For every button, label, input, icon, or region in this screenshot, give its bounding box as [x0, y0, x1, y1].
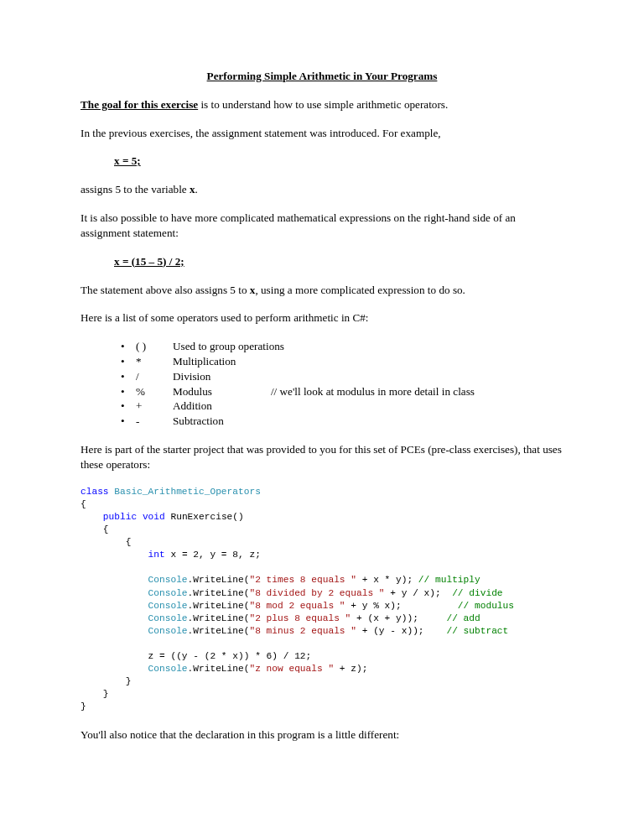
brace: } [103, 689, 109, 699]
string: "8 mod 2 equals " [249, 601, 345, 611]
page: Performing Simple Arithmetic in Your Pro… [0, 0, 644, 742]
expr-tail: + (y - x)); [356, 626, 446, 636]
op-desc: Multiplication [173, 354, 564, 369]
string: "8 divided by 2 equals " [249, 588, 384, 598]
wl: .WriteLine( [188, 613, 250, 623]
op-symbol: / [136, 369, 173, 384]
type-console: Console [148, 613, 188, 623]
starter-intro: Here is part of the starter project that… [80, 442, 564, 472]
op-symbol: + [136, 399, 173, 414]
op-symbol: ( ) [136, 339, 173, 354]
type-console: Console [148, 626, 188, 636]
list-item: • + Addition [121, 399, 564, 414]
list-item: • - Subtraction [121, 414, 564, 429]
method-name: RunExercise() [170, 512, 243, 522]
wl: .WriteLine( [188, 588, 250, 598]
type-console: Console [148, 588, 188, 598]
comment: // divide [452, 588, 502, 598]
expr-explain-c: , using a more complicated expression to… [255, 284, 465, 296]
intro-paragraph: In the previous exercises, the assignmen… [80, 126, 564, 141]
type-console: Console [148, 601, 188, 611]
expr-explain-paragraph: The statement above also assigns 5 to x,… [80, 283, 564, 298]
brace: } [80, 701, 86, 712]
bullet-icon: • [121, 339, 136, 354]
string: "2 times 8 equals " [249, 575, 356, 585]
comment: // modulus [458, 601, 514, 611]
wl: .WriteLine( [188, 626, 250, 636]
list-item: • * Multiplication [121, 354, 564, 369]
bullet-icon: • [121, 384, 136, 399]
op-symbol: % [136, 384, 173, 399]
type-console: Console [148, 575, 188, 585]
bullet-icon: • [121, 369, 136, 384]
operators-intro: Here is a list of some operators used to… [80, 310, 564, 326]
bullet-icon: • [121, 414, 136, 429]
code-expr-2: x = (15 – 5) / 2; [80, 254, 564, 269]
class-name: Basic_Arithmetic_Operators [114, 487, 261, 497]
string: "2 plus 8 equals " [249, 613, 351, 623]
code-block: class Basic_Arithmetic_Operators { publi… [80, 486, 564, 714]
list-item: • / Division [121, 369, 564, 384]
op-note: // we'll look at modulus in more detail … [212, 384, 475, 399]
op-desc: Division [173, 369, 564, 384]
brace: } [126, 676, 132, 686]
op-symbol: - [136, 414, 173, 429]
page-title: Performing Simple Arithmetic in Your Pro… [80, 69, 564, 84]
expr-tail: + (x + y)); [351, 613, 446, 623]
wl: .WriteLine( [188, 664, 250, 674]
assigns-paragraph: assigns 5 to the variable x. [80, 182, 564, 197]
string: "z now equals " [249, 664, 334, 674]
code-expr-1: x = 5; [80, 154, 564, 169]
expr-tail: + y / x); [385, 588, 453, 598]
expr-tail: + z); [334, 664, 367, 674]
assigns-var: x [190, 183, 195, 195]
wl: .WriteLine( [188, 575, 250, 585]
expr-tail: + y % x); [345, 601, 458, 611]
kw-public: public [103, 512, 137, 522]
list-item: • ( ) Used to group operations [121, 339, 564, 354]
assigns-a: assigns 5 to the variable [80, 183, 190, 195]
bullet-icon: • [121, 354, 136, 369]
type-console: Console [148, 664, 188, 674]
decl: x = 2, y = 8, z; [165, 550, 261, 560]
kw-void: void [143, 512, 165, 522]
kw-int: int [148, 550, 165, 560]
expr1: x = 5; [114, 154, 141, 167]
goal-text: is to understand how to use simple arith… [198, 98, 448, 111]
expr-tail: + x * y); [356, 575, 418, 585]
closing-paragraph: You'll also notice that the declaration … [80, 727, 564, 743]
goal-paragraph: The goal for this exercise is to underst… [80, 97, 564, 112]
operator-list: • ( ) Used to group operations • * Multi… [80, 339, 564, 429]
op-desc: Used to group operations [173, 339, 564, 354]
brace: { [80, 499, 86, 509]
assigns-c: . [195, 183, 198, 195]
goal-label: The goal for this exercise [80, 98, 198, 111]
comment: // subtract [446, 626, 508, 636]
string: "8 minus 2 equals " [249, 626, 356, 636]
op-desc: Modulus [173, 384, 212, 399]
brace: { [126, 537, 132, 547]
expr-intro-paragraph: It is also possible to have more complic… [80, 211, 564, 241]
op-desc: Subtraction [173, 414, 564, 429]
kw-class: class [80, 487, 109, 497]
op-symbol: * [136, 354, 173, 369]
list-item: • % Modulus // we'll look at modulus in … [121, 384, 564, 399]
op-desc: Addition [173, 399, 564, 414]
wl: .WriteLine( [188, 601, 250, 611]
comment: // add [446, 613, 480, 623]
brace: { [103, 524, 109, 534]
comment: // multiply [418, 575, 480, 585]
expr-explain-a: The statement above also assigns 5 to [80, 284, 250, 296]
expr2: x = (15 – 5) / 2; [114, 255, 184, 268]
z-assign: z = ((y - (2 * x)) * 6) / 12; [148, 651, 312, 661]
bullet-icon: • [121, 399, 136, 414]
